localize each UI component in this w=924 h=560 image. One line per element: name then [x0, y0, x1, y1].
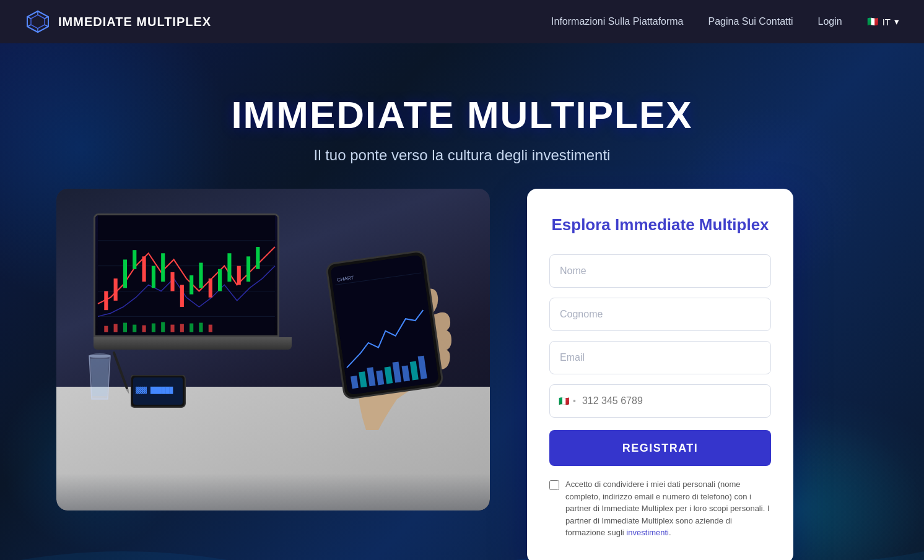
- phone-flag-emoji: 🇮🇹: [559, 396, 569, 406]
- svg-marker-44: [126, 389, 130, 395]
- nav-item-contact[interactable]: Pagina Sui Contatti: [708, 16, 793, 27]
- svg-rect-15: [123, 259, 127, 288]
- consent-link[interactable]: investimenti: [626, 528, 669, 537]
- logo-icon: [25, 9, 51, 35]
- email-input[interactable]: [549, 341, 771, 374]
- navbar: IMMEDIATE MULTIPLEX Informazioni Sulla P…: [0, 0, 924, 43]
- brand[interactable]: IMMEDIATE MULTIPLEX: [25, 9, 211, 35]
- svg-rect-23: [199, 263, 203, 288]
- hero-image-mock: ▓▓▓ ██████: [56, 189, 490, 510]
- phone-input[interactable]: [582, 395, 762, 407]
- svg-rect-38: [180, 324, 184, 332]
- hero-subtitle: Il tuo ponte verso la cultura degli inve…: [231, 147, 692, 164]
- svg-rect-22: [190, 275, 193, 295]
- svg-rect-27: [237, 266, 241, 285]
- svg-rect-33: [133, 325, 136, 332]
- svg-rect-31: [114, 324, 118, 332]
- svg-rect-18: [152, 266, 155, 288]
- last-name-input[interactable]: [549, 298, 771, 331]
- brand-name: IMMEDIATE MULTIPLEX: [58, 15, 211, 29]
- nav-link-contact[interactable]: Pagina Sui Contatti: [708, 16, 793, 27]
- svg-point-42: [89, 353, 110, 358]
- chevron-down-icon: ▾: [894, 16, 899, 27]
- svg-rect-13: [104, 291, 108, 311]
- svg-rect-34: [142, 325, 146, 332]
- hero-main-title: IMMEDIATE MULTIPLEX: [231, 93, 692, 137]
- svg-rect-39: [190, 324, 193, 332]
- svg-text:▓▓▓ ██████: ▓▓▓ ██████: [136, 386, 173, 394]
- svg-rect-36: [161, 322, 165, 332]
- hero-content-row: ▓▓▓ ██████: [44, 164, 880, 560]
- svg-rect-29: [256, 247, 259, 269]
- svg-rect-41: [209, 325, 212, 332]
- tablet-container: CHART: [316, 220, 453, 405]
- lang-code: IT: [883, 17, 891, 27]
- phone-field-wrapper[interactable]: 🇮🇹 •: [549, 384, 771, 418]
- laptop: [94, 213, 292, 362]
- svg-rect-25: [218, 269, 222, 291]
- phone-flag: 🇮🇹 •: [559, 396, 577, 406]
- svg-rect-14: [114, 278, 118, 301]
- svg-rect-16: [133, 250, 136, 269]
- consent-text: Accetto di condividere i miei dati perso…: [565, 478, 771, 539]
- hero-title-section: IMMEDIATE MULTIPLEX Il tuo ponte verso l…: [231, 93, 692, 164]
- language-selector[interactable]: 🇮🇹 IT ▾: [867, 16, 899, 27]
- phone-bottom: ▓▓▓ ██████: [131, 375, 186, 411]
- nav-link-about[interactable]: Informazioni Sulla Piattaforma: [551, 16, 683, 27]
- phone-dot: •: [573, 396, 576, 406]
- svg-rect-17: [142, 256, 146, 282]
- svg-marker-1: [31, 15, 45, 28]
- nav-link-login[interactable]: Login: [818, 16, 842, 27]
- svg-rect-24: [209, 278, 212, 298]
- svg-rect-26: [227, 253, 231, 282]
- svg-rect-21: [180, 285, 184, 307]
- svg-rect-19: [161, 253, 165, 282]
- register-button[interactable]: REGISTRATI: [549, 430, 771, 466]
- nav-item-login[interactable]: Login: [818, 16, 842, 27]
- consent-row: Accetto di condividere i miei dati perso…: [549, 478, 771, 539]
- laptop-base: [94, 337, 292, 350]
- form-card: Esplora Immediate Multiplex 🇮🇹 • REGISTR…: [527, 189, 793, 560]
- hero-image: ▓▓▓ ██████: [56, 189, 490, 510]
- svg-rect-35: [152, 324, 155, 332]
- form-title-colored: Immediate Multiplex: [615, 215, 769, 234]
- svg-rect-32: [123, 323, 127, 332]
- hero-section: IMMEDIATE MULTIPLEX Il tuo ponte verso l…: [0, 43, 924, 560]
- svg-rect-40: [199, 323, 203, 332]
- nav-links: Informazioni Sulla Piattaforma Pagina Su…: [551, 16, 842, 27]
- svg-rect-28: [246, 256, 250, 282]
- consent-checkbox[interactable]: [549, 480, 559, 490]
- svg-rect-37: [170, 325, 174, 332]
- flag-icon: 🇮🇹: [867, 16, 879, 27]
- nav-item-about[interactable]: Informazioni Sulla Piattaforma: [551, 16, 683, 27]
- form-title-part1: Esplora: [551, 215, 615, 234]
- glass-mock: [84, 353, 115, 402]
- first-name-input[interactable]: [549, 254, 771, 288]
- svg-rect-20: [170, 272, 174, 291]
- image-overlay: [56, 473, 490, 510]
- svg-rect-30: [104, 326, 108, 332]
- form-card-title: Esplora Immediate Multiplex: [549, 213, 771, 236]
